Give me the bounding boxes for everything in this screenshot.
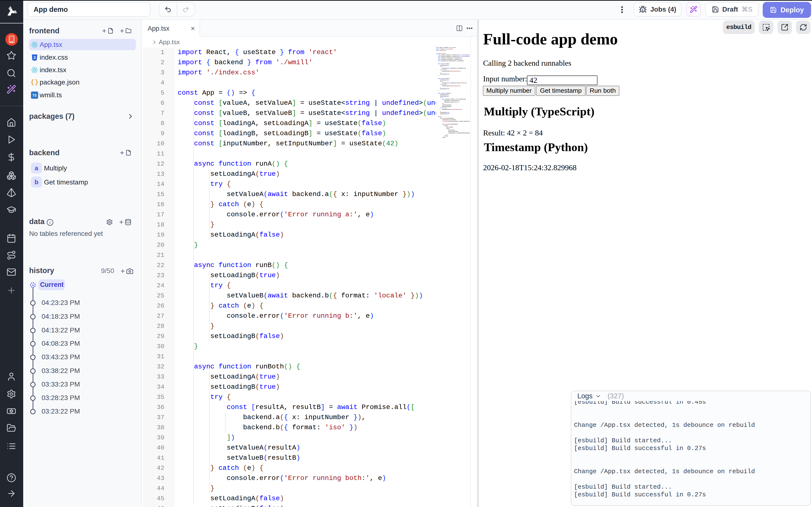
svg-text:3: 3 xyxy=(33,55,36,60)
svg-text:TS: TS xyxy=(33,94,37,97)
